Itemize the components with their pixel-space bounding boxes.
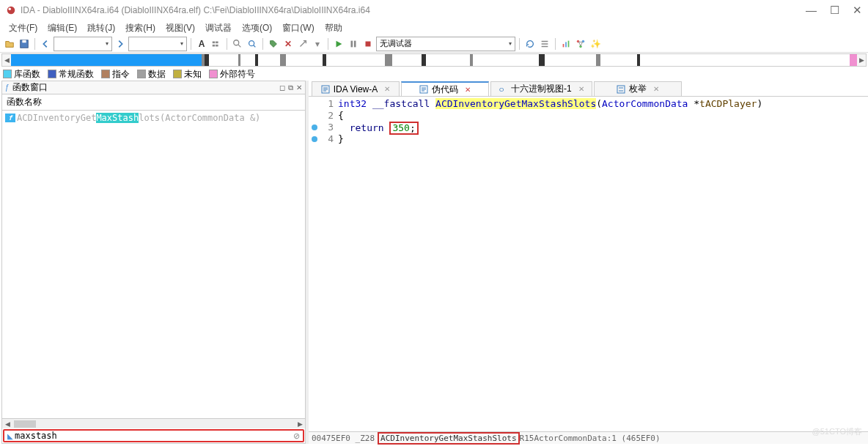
svg-rect-22 — [617, 86, 625, 93]
functions-search-input[interactable] — [15, 431, 300, 441]
flag-icon[interactable]: ▾ — [311, 37, 324, 51]
menu-help[interactable]: 帮助 — [320, 21, 347, 36]
enum-icon — [617, 85, 625, 94]
status-symbol: ACDInventoryGetMaxStashSlots — [378, 432, 519, 445]
forward-icon[interactable] — [114, 37, 127, 51]
pseudocode-icon — [419, 85, 428, 94]
play-icon[interactable] — [332, 37, 345, 51]
app-icon — [6, 5, 16, 15]
open-icon[interactable] — [3, 37, 16, 51]
code-body[interactable]: int32 __fastcall ACDInventoryGetMaxStash… — [338, 98, 868, 431]
maximize-button[interactable]: ☐ — [830, 4, 839, 17]
zoom-icon[interactable] — [246, 37, 259, 51]
menu-debugger[interactable]: 调试器 — [201, 21, 236, 36]
search-icon[interactable] — [231, 37, 244, 51]
svg-rect-10 — [351, 40, 353, 47]
menu-jump[interactable]: 跳转(J) — [83, 21, 119, 36]
panel-undock-icon[interactable]: ◻ — [279, 83, 285, 92]
hex-icon: O — [499, 85, 507, 94]
legend-lib: 库函数 — [14, 68, 40, 81]
close-button[interactable]: ✕ — [853, 4, 862, 17]
svg-point-8 — [234, 40, 239, 45]
minimize-button[interactable]: — — [806, 4, 817, 17]
ida-view-icon — [321, 85, 330, 94]
svg-text:O: O — [499, 86, 504, 93]
tab-ida-view[interactable]: IDA View-A ✕ — [312, 81, 400, 96]
tag-icon[interactable] — [267, 37, 280, 51]
chart-icon[interactable] — [559, 37, 573, 51]
status-rest: R15ActorCommonData:1 (465EF0) — [520, 434, 661, 443]
legend-ext: 外部符号 — [220, 68, 255, 81]
svg-rect-14 — [565, 42, 567, 47]
menu-bar: 文件(F) 编辑(E) 跳转(J) 搜索(H) 视图(V) 调试器 选项(O) … — [0, 21, 868, 35]
function-icon: f — [5, 114, 15, 122]
functions-search[interactable]: ◣ ⊘ — [3, 429, 304, 442]
status-bar: 00475EF0 _Z28ACDInventoryGetMaxStashSlot… — [309, 431, 868, 444]
pause-icon[interactable] — [347, 37, 360, 51]
search-mode-icon[interactable]: ◣ — [7, 432, 13, 440]
clear-search-icon[interactable]: ⊘ — [293, 431, 300, 441]
tab-hex-view[interactable]: O 十六进制视图-1 ✕ — [490, 81, 592, 96]
history-dropdown[interactable]: ▾ — [54, 37, 112, 51]
navigation-band[interactable]: ◀ ▶ — [1, 53, 867, 67]
svg-point-0 — [7, 7, 15, 15]
panel-float-icon[interactable]: ⧉ — [288, 83, 293, 92]
back-icon[interactable] — [39, 37, 52, 51]
svg-point-9 — [249, 40, 254, 45]
window-titlebar: IDA - DiabloIIINX64ra.i64 (DiabloIIINX64… — [0, 0, 868, 21]
svg-rect-3 — [22, 40, 26, 42]
debugger-label: 无调试器 — [380, 38, 412, 49]
tool-icon[interactable] — [296, 37, 309, 51]
main-view: IDA View-A ✕ 伪代码 ✕ O 十六进制视图-1 ✕ 枚举 ✕ 1 — [309, 81, 868, 444]
panel-close-icon[interactable]: ✕ — [296, 83, 302, 92]
svg-point-1 — [9, 8, 12, 11]
toolbar: ▾ ▾ A ✕ ▾ 无调试器 ▾ ✨ — [0, 35, 868, 53]
tab-enums[interactable]: 枚举 ✕ — [594, 81, 682, 96]
window-title: IDA - DiabloIIINX64ra.i64 (DiabloIIINX64… — [21, 5, 806, 15]
status-address: 00475EF0 _Z28 — [312, 434, 375, 443]
legend-data: 数据 — [148, 68, 166, 81]
wand-icon[interactable]: ✨ — [589, 37, 602, 51]
stop-icon[interactable] — [361, 37, 375, 51]
refresh-icon[interactable] — [523, 37, 537, 51]
list-icon[interactable] — [538, 37, 551, 51]
function-row[interactable]: f ACDInventoryGetMaxStashlots(ActorCommo… — [2, 112, 305, 124]
breakpoint-icon[interactable] — [312, 124, 317, 130]
close-tab-icon[interactable]: ✕ — [578, 85, 584, 93]
menu-view[interactable]: 视图(V) — [161, 21, 199, 36]
tab-bar: IDA View-A ✕ 伪代码 ✕ O 十六进制视图-1 ✕ 枚举 ✕ — [309, 81, 868, 97]
forward-dropdown[interactable]: ▾ — [128, 37, 187, 51]
legend: 库函数 常规函数 指令 数据 未知 外部符号 — [0, 67, 868, 81]
legend-ins: 指令 — [112, 68, 130, 81]
menu-options[interactable]: 选项(O) — [238, 21, 276, 36]
legend-unk: 未知 — [184, 68, 202, 81]
menu-search[interactable]: 搜索(H) — [121, 21, 160, 36]
save-icon[interactable] — [18, 37, 31, 51]
menu-window[interactable]: 窗口(W) — [278, 21, 318, 36]
code-gutter: 1 2 3 4 — [309, 98, 338, 431]
binary-icon[interactable] — [210, 37, 223, 51]
functions-header[interactable]: 函数名称 — [2, 94, 305, 111]
close-tab-icon[interactable]: ✕ — [465, 86, 471, 94]
tab-pseudocode[interactable]: 伪代码 ✕ — [401, 81, 489, 96]
pseudocode-view[interactable]: 1 2 3 4 int32 __fastcall ACDInventoryGet… — [309, 97, 868, 431]
watermark: @51CTO博客 — [812, 426, 862, 437]
functions-panel-title: ƒ 函数窗口 ◻ ⧉ ✕ — [2, 81, 305, 94]
text-icon[interactable]: A — [195, 37, 208, 51]
svg-rect-5 — [216, 41, 218, 43]
graph-icon[interactable] — [574, 37, 587, 51]
menu-edit[interactable]: 编辑(E) — [43, 21, 81, 36]
functions-list[interactable]: f ACDInventoryGetMaxStashlots(ActorCommo… — [2, 111, 305, 418]
svg-rect-13 — [563, 44, 564, 47]
svg-rect-6 — [213, 44, 216, 46]
svg-rect-11 — [354, 40, 356, 47]
menu-file[interactable]: 文件(F) — [4, 21, 42, 36]
svg-rect-7 — [216, 44, 218, 46]
close-tab-icon[interactable]: ✕ — [653, 85, 659, 93]
debugger-select[interactable]: 无调试器 ▾ — [376, 37, 515, 51]
functions-hscroll[interactable]: ◀▶ — [2, 418, 305, 428]
close-tab-icon[interactable]: ✕ — [384, 85, 390, 93]
cross-icon[interactable]: ✕ — [282, 37, 295, 51]
svg-rect-12 — [366, 41, 371, 46]
breakpoint-icon[interactable] — [312, 136, 317, 142]
